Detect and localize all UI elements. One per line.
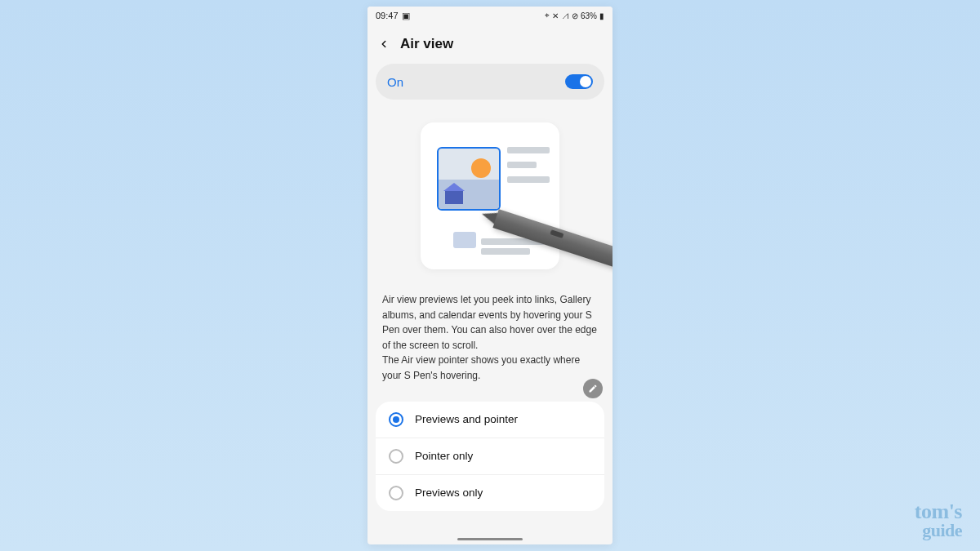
illustration (368, 100, 612, 278)
radio-icon (389, 449, 403, 464)
option-label: Previews only (415, 487, 483, 499)
description-para-2: The Air view pointer shows you exactly w… (382, 353, 598, 383)
master-toggle-card[interactable]: On (376, 64, 604, 100)
battery-icon: ▮ (599, 11, 604, 20)
dnd-icon: ⊘ (572, 11, 578, 20)
description-para-1: Air view previews let you peek into link… (382, 292, 598, 353)
options-list: Previews and pointer Pointer only Previe… (376, 402, 604, 511)
location-icon: ⌖ (545, 11, 550, 20)
option-previews-and-pointer[interactable]: Previews and pointer (376, 402, 604, 438)
preview-thumbnail-icon (437, 147, 501, 211)
option-pointer-only[interactable]: Pointer only (376, 438, 604, 475)
toggle-label: On (387, 75, 403, 89)
radio-icon (389, 412, 403, 427)
wifi-icon: ⩘ (561, 11, 569, 20)
option-label: Previews and pointer (415, 413, 518, 425)
clock: 09:47 (376, 11, 399, 20)
watermark: tom's guide (915, 502, 962, 540)
edit-button[interactable] (583, 379, 603, 398)
toggle-switch[interactable] (565, 74, 593, 89)
pencil-icon (588, 384, 598, 393)
description-text: Air view previews let you peek into link… (368, 278, 612, 395)
nav-handle[interactable] (457, 538, 523, 540)
radio-icon (389, 486, 403, 500)
battery-percent: 63% (581, 11, 597, 20)
option-previews-only[interactable]: Previews only (376, 475, 604, 511)
mute-icon: ✕ (552, 11, 559, 20)
phone-frame: 09:47 ▣ ⌖ ✕ ⩘ ⊘ 63% ▮ Air view On (368, 7, 612, 544)
page-title: Air view (400, 36, 453, 52)
notification-icon: ▣ (402, 11, 410, 21)
back-icon[interactable] (376, 36, 392, 52)
status-bar: 09:47 ▣ ⌖ ✕ ⩘ ⊘ 63% ▮ (368, 7, 612, 24)
watermark-line-2: guide (915, 522, 962, 540)
header: Air view (368, 24, 612, 64)
option-label: Pointer only (415, 450, 473, 462)
